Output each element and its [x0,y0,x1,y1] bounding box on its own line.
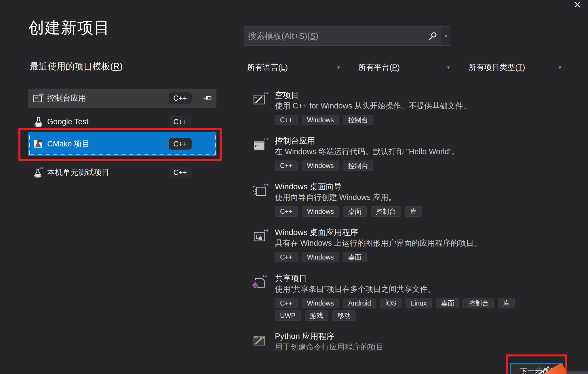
next-label-mnemonic: N [545,367,551,374]
recent-item-label: 本机单元测试项目 [47,167,169,178]
label-post: ) [397,63,400,72]
recent-item-label: Google Test [47,117,169,126]
template-name: Windows 桌面向导 [275,181,583,192]
chevron-down-icon: ▾ [447,64,450,71]
template-description: 在 Windows 终端运行代码。默认打印 "Hello World"。 [275,146,583,157]
tag: 控制台 [371,206,401,217]
template-name: 空项目 [275,90,583,101]
svg-text:++: ++ [39,167,44,170]
search-placeholder-post: ) [315,31,318,41]
svg-text:++: ++ [262,274,267,278]
tag: C++ [275,206,298,217]
tag: C++ [275,161,298,171]
close-button[interactable]: × [571,0,584,11]
chevron-down-icon: ▾ [337,64,340,71]
page-title: 创建新项目 [28,17,110,39]
tag: C++ [275,298,298,308]
tag: Windows [302,206,339,217]
svg-text:++: ++ [263,182,269,187]
tag: C++ [275,252,298,262]
template-name: Python 应用程序 [275,331,583,342]
tag: 控制台 [343,115,373,125]
svg-text:++: ++ [263,228,269,233]
tag: Windows [302,115,339,125]
template-name: 共享项目 [275,273,583,284]
recent-item-native-unit-test[interactable]: ++ 本机单元测试项目 C++ [28,163,216,182]
svg-text:++: ++ [39,93,44,97]
language-badge: C++ [169,116,192,127]
recent-templates-header: 最近使用的项目模板(R) [30,60,123,72]
platform-filter-dropdown[interactable]: 所有平台(P) ▾ [358,62,450,73]
search-placeholder: 搜索模板(Alt+S)(S) [244,27,424,45]
background-window-edge-highlight [564,371,588,374]
chevron-down-icon: ▾ [558,64,561,71]
tag: 桌面 [436,298,459,308]
tag: 库 [498,298,515,308]
next-button[interactable]: 下一步(N) [510,363,563,374]
shared-project-icon: ++ [252,274,269,291]
template-item-windows-desktop-wizard[interactable]: ++ Windows 桌面向导 使用向导自行创建 Windows 应用。 C++… [252,181,583,217]
beaker-plus-icon: ++ [33,167,44,178]
tag: 桌面 [343,252,367,262]
label-pre: 所有语言( [247,63,281,72]
template-tags: C++ Windows 桌面 [275,252,583,262]
template-tags: C++ Windows 控制台 [275,161,583,171]
svg-text:PY: PY [260,336,265,340]
template-description: 使用 C++ for Windows 从头开始操作。不提供基础文件。 [275,101,583,111]
tag: 游戏 [305,310,328,321]
tag: Windows [302,252,339,262]
template-item-windows-desktop-app[interactable]: ++ Windows 桌面应用程序 具有在 Windows 上运行的图形用户界面… [252,227,583,262]
project-type-filter-dropdown[interactable]: 所有项目类型(T) ▾ [469,62,561,73]
console-app-icon: C:\ ++ [33,93,44,104]
desktop-wizard-icon: ++ [252,182,269,199]
template-item-console-app[interactable]: C:\ ++ 控制台应用 在 Windows 终端运行代码。默认打印 "Hell… [252,136,583,171]
language-badge: C++ [169,167,192,178]
template-item-python-app[interactable]: PY Python 应用程序 用于创建命令行应用程序的项目 [252,331,583,352]
svg-text:C:\: C:\ [255,144,260,148]
tag: Windows [302,298,339,308]
recent-item-label: CMake 项目 [47,139,169,149]
next-label-pre: 下一步( [520,366,545,374]
svg-text:++: ++ [263,137,269,141]
tag: Android [343,298,376,308]
language-badge: C++ [169,138,192,150]
close-icon: × [574,0,581,12]
search-icon[interactable] [424,27,442,45]
template-name: Windows 桌面应用程序 [275,227,583,238]
recent-item-cmake-project[interactable]: CMake 项目 C++ [28,132,216,156]
template-description: 具有在 Windows 上运行的图形用户界面的应用程序的项目。 [275,238,583,249]
recent-item-console-app[interactable]: C:\ ++ 控制台应用 C++ [28,89,216,108]
template-item-shared-project[interactable]: ++ 共享项目 使用“共享条目”项目在多个项目之间共享文件。 C++ Windo… [252,273,583,321]
tag: 桌面 [343,206,367,217]
pin-icon[interactable] [202,93,212,103]
label-post: ) [523,63,525,72]
tag: Windows [302,161,339,171]
header-pre: 最近使用的项目模板( [30,61,113,71]
search-template-input[interactable]: 搜索模板(Alt+S)(S) ▾ [244,26,450,46]
search-dropdown-button[interactable]: ▾ [442,27,450,45]
tag: 控制台 [343,161,373,171]
create-new-project-dialog: { "window": { "close_glyph": "×" }, "ico… [0,0,588,374]
label-post: ) [285,63,288,72]
label-mnemonic: L [281,63,285,72]
search-placeholder-mnemonic: S [310,31,315,41]
console-app-icon: C:\ ++ [252,137,269,153]
header-post: ) [120,61,123,71]
tag: C++ [275,115,298,125]
platform-filter-label: 所有平台(P) [358,62,400,72]
svg-text:++: ++ [263,91,269,96]
label-pre: 所有项目类型( [469,63,518,72]
template-tags: UWP 游戏 移动 [275,310,583,321]
template-tags: C++ Windows Android iOS Linux 桌面 控制台 库 [275,298,583,308]
tag: 移动 [332,310,356,321]
header-mnemonic: R [113,61,119,71]
tag: Linux [406,298,432,308]
template-item-empty-project[interactable]: ++ 空项目 使用 C++ for Windows 从头开始操作。不提供基础文件… [252,90,583,125]
language-filter-dropdown[interactable]: 所有语言(L) ▾ [247,62,340,73]
desktop-app-icon: ++ [252,228,269,245]
python-app-icon: PY [252,332,269,349]
recent-item-google-test[interactable]: Google Test C++ [28,112,216,131]
next-label-post: ) [551,367,553,374]
chevron-down-icon: ▾ [445,34,447,39]
search-placeholder-pre: 搜索模板(Alt+S)( [248,30,310,42]
